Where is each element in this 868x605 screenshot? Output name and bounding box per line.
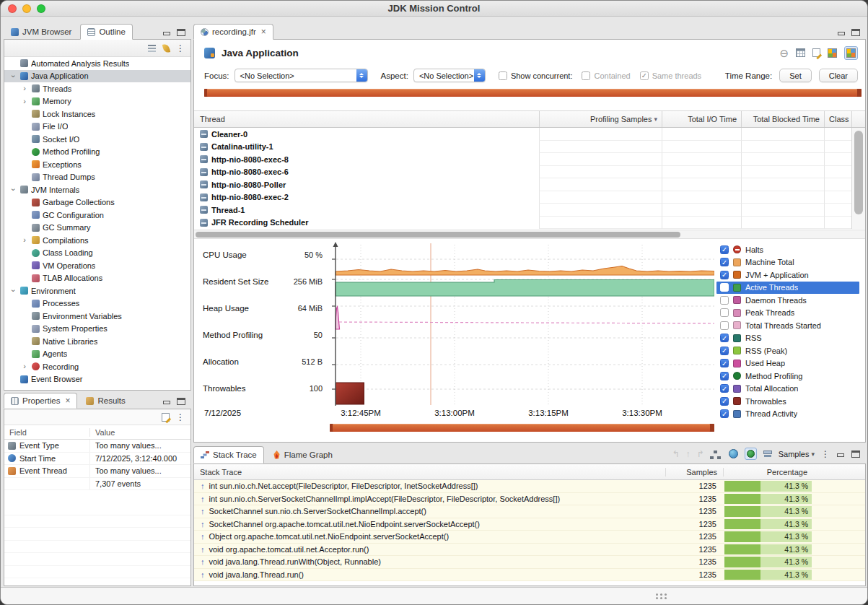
minimize-window-button[interactable] <box>22 4 31 13</box>
method-profiling-filter[interactable] <box>745 448 757 460</box>
legend-item-daemon-threads[interactable]: Daemon Threads <box>716 294 859 307</box>
thread-table-vertical-scrollbar[interactable] <box>851 128 865 229</box>
tab-jvm-browser[interactable]: JVM Browser <box>4 24 79 40</box>
tree-item-native-libraries[interactable]: Native Libraries <box>4 335 190 348</box>
column-percentage[interactable]: Percentage <box>723 468 813 476</box>
chart-legend-toggle[interactable] <box>844 46 858 60</box>
set-time-range-button[interactable]: Set <box>779 69 812 82</box>
legend-item-method-profiling[interactable]: ✓Method Profiling <box>716 370 859 383</box>
scrollbar-thumb[interactable] <box>196 232 680 238</box>
close-window-button[interactable] <box>8 4 17 13</box>
legend-item-jvm-application[interactable]: ✓JVM + Application <box>716 269 859 282</box>
tree-view-icon[interactable] <box>714 451 717 453</box>
thread-row-jfr-recording-scheduler[interactable]: JFR Recording Scheduler <box>194 217 851 230</box>
tree-item-garbage-collections[interactable]: Garbage Collections <box>4 196 190 209</box>
tree-item-compilations[interactable]: Compilations <box>4 234 190 247</box>
checkbox-contained[interactable]: Contained <box>582 71 630 80</box>
legend-checkbox[interactable]: ✓ <box>720 384 729 393</box>
tree-item-recording[interactable]: Recording <box>4 360 190 373</box>
expander-expanded-icon[interactable] <box>9 71 17 80</box>
legend-checkbox[interactable] <box>720 308 729 317</box>
thread-row-thread-1[interactable]: Thread-1 <box>194 204 851 217</box>
stack-frame-row[interactable]: ↑SocketChannel org.apache.tomcat.util.ne… <box>194 518 865 531</box>
legend-item-thread-activity[interactable]: ✓Thread Activity <box>716 408 859 421</box>
legend-checkbox[interactable]: ✓ <box>720 347 729 355</box>
tree-item-vm-operations[interactable]: VM Operations <box>4 259 190 272</box>
clear-selection-icon[interactable] <box>779 48 789 58</box>
zoom-window-button[interactable] <box>37 4 45 13</box>
stack-frame-row[interactable]: ↑void org.apache.tomcat.util.net.Accepto… <box>194 544 865 557</box>
column-stack-trace[interactable]: Stack Trace <box>194 468 665 476</box>
clear-time-range-button[interactable]: Clear <box>819 69 858 82</box>
stack-frame-row[interactable]: ↑SocketChannel sun.nio.ch.ServerSocketCh… <box>194 505 865 518</box>
stack-frame-row[interactable]: ↑int sun.nio.ch.Net.accept(FileDescripto… <box>194 480 865 493</box>
expander-expanded-icon[interactable] <box>9 287 17 295</box>
legend-item-machine-total[interactable]: ✓Machine Total <box>716 256 859 269</box>
scrollbar-thumb[interactable] <box>854 131 863 214</box>
maximize-view-icon[interactable] <box>851 29 860 36</box>
drag-handle-icon[interactable] <box>656 593 658 596</box>
legend-checkbox[interactable] <box>720 283 729 292</box>
legend-item-rss-peak[interactable]: ✓RSS (Peak) <box>716 344 859 357</box>
distinguish-frames-icon[interactable] <box>729 449 738 458</box>
expander-collapsed-icon[interactable] <box>20 236 29 244</box>
tab-outline[interactable]: Outline <box>80 24 132 40</box>
view-menu-icon[interactable] <box>176 412 185 422</box>
expander-collapsed-icon[interactable] <box>20 97 29 105</box>
highlight-icon[interactable] <box>162 43 170 53</box>
tree-item-file-i-o[interactable]: File I/O <box>4 121 190 134</box>
legend-item-throwables[interactable]: ✓Throwables <box>716 395 859 408</box>
legend-checkbox[interactable]: ✓ <box>720 397 729 406</box>
column-total-blocked-time[interactable]: Total Blocked Time <box>741 111 824 127</box>
timeline-chart[interactable] <box>330 242 714 406</box>
tab-results[interactable]: Results <box>79 393 132 409</box>
tree-item-tlab-allocations[interactable]: TLAB Allocations <box>4 272 190 285</box>
maximize-view-icon[interactable] <box>177 29 185 36</box>
checkbox-show-concurrent[interactable]: Show concurrent: <box>499 71 573 80</box>
edit-page-icon[interactable] <box>812 48 820 57</box>
thread-table-horizontal-scrollbar[interactable] <box>194 230 865 239</box>
tree-item-method-profiling[interactable]: Method Profiling <box>4 146 190 159</box>
tab-flame-graph[interactable]: Flame Graph <box>266 446 340 463</box>
column-total-io-time[interactable]: Total I/O Time <box>662 111 741 127</box>
properties-row[interactable]: 7,307 events <box>4 478 190 491</box>
stack-frame-row[interactable]: ↑void java.lang.Thread.run()123541.3 % <box>194 569 865 582</box>
thread-row-http-nio-8080-poller[interactable]: http-nio-8080-Poller <box>194 178 851 191</box>
legend-item-rss[interactable]: ✓RSS <box>716 332 859 345</box>
legend-item-halts[interactable]: ✓Halts <box>716 243 859 256</box>
tree-item-memory[interactable]: Memory <box>4 95 190 108</box>
export-icon[interactable] <box>162 413 170 422</box>
thread-row-http-nio-8080-exec-8[interactable]: http-nio-8080-exec-8 <box>194 153 851 166</box>
aspect-select[interactable]: <No Selection> <box>413 69 486 82</box>
tree-item-socket-i-o[interactable]: Socket I/O <box>4 133 190 146</box>
tree-item-system-properties[interactable]: System Properties <box>4 323 190 336</box>
stack-frame-row[interactable]: ↑int sun.nio.ch.ServerSocketChannelImpl.… <box>194 493 865 506</box>
tree-item-gc-configuration[interactable]: GC Configuration <box>4 209 190 222</box>
tab-properties[interactable]: Properties <box>4 393 77 409</box>
maximize-view-icon[interactable] <box>851 451 860 458</box>
legend-item-peak-threads[interactable]: Peak Threads <box>716 307 859 320</box>
previous-frame-icon[interactable]: ↰ <box>672 450 680 458</box>
minimize-view-icon[interactable] <box>162 29 171 36</box>
thread-row-cleaner-0[interactable]: Cleaner-0 <box>194 128 851 141</box>
minimize-view-icon[interactable] <box>836 451 845 458</box>
column-samples[interactable]: Samples <box>665 468 723 476</box>
tab-stack-trace[interactable]: Stack Trace <box>193 446 264 463</box>
tree-item-environment-variables[interactable]: Environment Variables <box>4 310 190 323</box>
close-properties-icon[interactable] <box>65 396 70 406</box>
properties-row[interactable]: Event ThreadToo many values... <box>4 465 190 478</box>
legend-item-used-heap[interactable]: ✓Used Heap <box>716 357 859 370</box>
tree-item-environment[interactable]: Environment <box>4 284 190 297</box>
expander-collapsed-icon[interactable] <box>20 84 29 92</box>
column-profiling-samples[interactable]: Profiling Samples <box>539 111 662 127</box>
column-class[interactable]: Class <box>824 111 851 127</box>
focus-select[interactable]: <No Selection> <box>234 69 368 82</box>
tree-item-gc-summary[interactable]: GC Summary <box>4 222 190 235</box>
samples-dropdown[interactable]: Samples <box>779 450 815 458</box>
properties-row[interactable]: Start Time7/12/2025, 3:12:40.000 <box>4 453 190 466</box>
thread-row-catalina-utility-1[interactable]: Catalina-utility-1 <box>194 141 851 154</box>
tree-item-thread-dumps[interactable]: Thread Dumps <box>4 171 190 184</box>
time-range-bar[interactable] <box>204 89 862 97</box>
legend-checkbox[interactable]: ✓ <box>720 271 729 279</box>
chart-time-range-bar[interactable] <box>330 424 714 432</box>
